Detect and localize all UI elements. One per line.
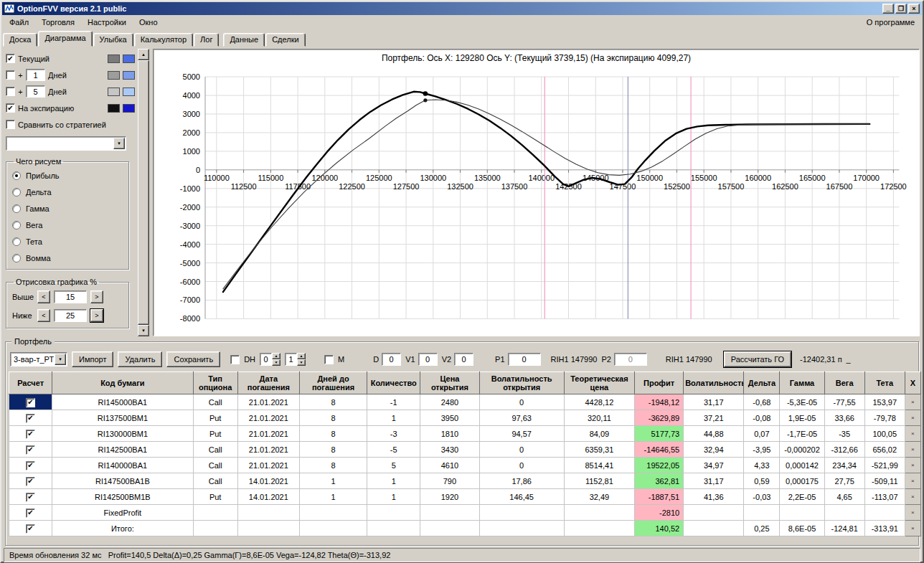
current-swatch-2[interactable]	[123, 55, 135, 63]
tab-deals[interactable]: Сделки	[265, 33, 306, 47]
column-header-0[interactable]: Расчет	[9, 372, 52, 394]
table-cell[interactable]: 21.01.2021	[237, 442, 299, 458]
table-cell[interactable]: 31,17	[684, 394, 744, 410]
table-cell[interactable]: 0,000175	[780, 473, 824, 489]
table-cell[interactable]: 1	[299, 489, 367, 505]
row-delete-button[interactable]: ×	[905, 394, 920, 410]
table-cell[interactable]: 44,88	[684, 426, 744, 442]
table-cell[interactable]: 0	[479, 394, 564, 410]
dh-spinner-1[interactable]: 0 ▲▼	[260, 353, 280, 366]
table-cell[interactable]	[193, 505, 237, 521]
table-cell[interactable]: 1920	[420, 489, 479, 505]
table-cell[interactable]: 0,59	[744, 473, 780, 489]
below-value-field[interactable]: 25	[54, 309, 87, 322]
table-cell[interactable]: 97,63	[479, 410, 564, 426]
draw-option-profit[interactable]	[12, 171, 21, 180]
table-cell[interactable]: 4,65	[824, 489, 864, 505]
maximize-button[interactable]: ❐	[895, 4, 907, 14]
table-cell[interactable]: -5	[367, 442, 420, 458]
row-delete-button[interactable]: ×	[905, 426, 920, 442]
table-cell[interactable]: Call	[193, 394, 237, 410]
table-cell[interactable]	[780, 505, 824, 521]
table-cell[interactable]: 0,000142	[780, 458, 824, 473]
draw-option-gamma[interactable]	[12, 204, 21, 213]
column-header-15[interactable]: X	[905, 372, 920, 394]
calc-margin-button[interactable]: Рассчитать ГО	[724, 351, 791, 367]
table-cell[interactable]: 32,94	[684, 442, 744, 458]
row-select-cell[interactable]: ✔	[9, 473, 52, 489]
table-cell[interactable]: -79,78	[864, 410, 905, 426]
above-value-field[interactable]: 15	[54, 290, 87, 303]
scroll-down-icon[interactable]: ▼	[138, 325, 149, 336]
table-cell[interactable]: 4428,12	[564, 394, 634, 410]
spinner-down-icon[interactable]: ▼	[297, 359, 306, 366]
table-cell[interactable]: 1152,81	[564, 473, 634, 489]
minimize-button[interactable]: _	[882, 4, 894, 14]
table-cell[interactable]: 1810	[420, 426, 479, 442]
dh-spinner-1-value[interactable]: 0	[260, 353, 272, 366]
scrollbar-thumb[interactable]	[138, 60, 149, 325]
table-cell[interactable]: -77,55	[824, 394, 864, 410]
dh-spinner-2[interactable]: 1 ▲▼	[285, 353, 306, 366]
table-cell[interactable]: Итого:	[52, 521, 193, 536]
table-cell[interactable]: 8	[299, 442, 367, 458]
table-cell[interactable]: 41,36	[684, 489, 744, 505]
d-field[interactable]: 0	[382, 353, 401, 366]
table-cell[interactable]: Call	[193, 458, 237, 473]
dh-checkbox[interactable]	[230, 355, 240, 364]
table-cell[interactable]: 362,81	[635, 473, 684, 489]
row-calc-checkbox[interactable]: ✔	[26, 461, 35, 470]
table-cell[interactable]	[367, 505, 420, 521]
above-increment-button[interactable]: >	[90, 290, 103, 303]
table-cell[interactable]: -35	[824, 426, 864, 442]
table-cell[interactable]	[237, 505, 299, 521]
table-cell[interactable]: 8	[299, 394, 367, 410]
table-cell[interactable]: 27,75	[824, 473, 864, 489]
table-cell[interactable]: RI137500BM1	[52, 410, 193, 426]
preset-select[interactable]: 3-вар-т_РТС ▼	[10, 352, 67, 366]
row-calc-checkbox[interactable]: ✔	[26, 493, 35, 502]
table-cell[interactable]: -3,95	[744, 442, 780, 458]
table-cell[interactable]: Call	[193, 473, 237, 489]
row-delete-button[interactable]: ×	[905, 442, 920, 458]
table-cell[interactable]: 0,25	[744, 521, 780, 536]
below-increment-button[interactable]: >	[90, 309, 103, 322]
expiration-swatch-1[interactable]	[108, 104, 120, 113]
row-select-cell[interactable]: ✔	[9, 458, 52, 473]
table-cell[interactable]: 1	[367, 489, 420, 505]
table-cell[interactable]: FixedProfit	[52, 505, 193, 521]
table-cell[interactable]: 234,34	[824, 458, 864, 473]
column-header-5[interactable]: Количество	[367, 372, 420, 394]
column-header-2[interactable]: Тип опциона	[193, 372, 237, 394]
table-cell[interactable]: 4610	[420, 458, 479, 473]
plus1-days-input[interactable]: 1	[26, 69, 45, 81]
menu-window[interactable]: Окно	[133, 16, 164, 29]
tab-log[interactable]: Лог	[194, 33, 219, 47]
column-header-3[interactable]: Дата погашения	[237, 372, 299, 394]
menu-file[interactable]: Файл	[3, 16, 35, 29]
menu-trading[interactable]: Торговля	[35, 16, 81, 29]
above-decrement-button[interactable]: <	[37, 290, 50, 303]
table-cell[interactable]	[420, 505, 479, 521]
table-cell[interactable]: RI145000BA1	[52, 394, 193, 410]
table-cell[interactable]: -3629,89	[635, 410, 684, 426]
row-select-cell[interactable]: ✔	[9, 521, 52, 536]
tab-board[interactable]: Доска	[3, 33, 37, 47]
table-cell[interactable]: 790	[420, 473, 479, 489]
table-cell[interactable]	[864, 505, 905, 521]
table-cell[interactable]: -124,81	[824, 521, 864, 536]
table-cell[interactable]: Put	[193, 410, 237, 426]
column-header-4[interactable]: Дней до погашения	[299, 372, 367, 394]
table-cell[interactable]: 1	[367, 410, 420, 426]
table-cell[interactable]	[193, 521, 237, 536]
table-cell[interactable]: 21.01.2021	[237, 410, 299, 426]
table-cell[interactable]: 21.01.2021	[237, 426, 299, 442]
row-select-cell[interactable]: ✔	[9, 505, 52, 521]
row-calc-checkbox[interactable]: ✔	[26, 508, 35, 518]
table-cell[interactable]: 34,97	[684, 458, 744, 473]
row-select-cell[interactable]: ✔	[9, 489, 52, 505]
row-delete-button[interactable]: ×	[905, 489, 920, 505]
table-cell[interactable]: -0,68	[744, 394, 780, 410]
table-cell[interactable]: 0	[479, 442, 564, 458]
table-cell[interactable]	[684, 505, 744, 521]
